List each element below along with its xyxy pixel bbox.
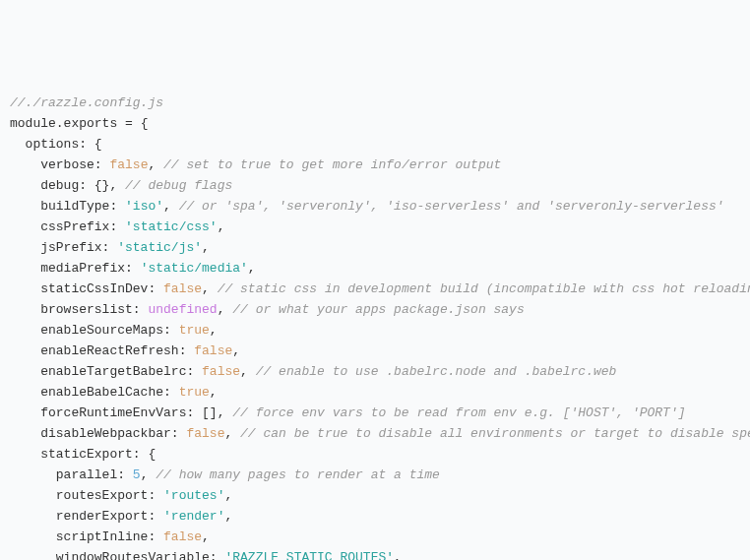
code-line: mediaPrefix: 'static/media',: [10, 261, 256, 276]
code-line: scriptInline: false,: [10, 529, 210, 544]
code-line: renderExport: 'render',: [10, 509, 232, 524]
code-line: enableTargetBabelrc: false, // enable to…: [10, 364, 616, 379]
code-line: forceRuntimeEnvVars: [], // force env va…: [10, 405, 686, 420]
code-line: staticCssInDev: false, // static css in …: [10, 281, 750, 296]
code-line: verbose: false, // set to true to get mo…: [10, 157, 501, 172]
code-line: disableWebpackbar: false, // can be true…: [10, 426, 750, 441]
code-line: enableSourceMaps: true,: [10, 323, 218, 338]
code-line: enableReactRefresh: false,: [10, 343, 240, 358]
code-line: debug: {}, // debug flags: [10, 178, 232, 193]
code-line: browserslist: undefined, // or what your…: [10, 302, 525, 317]
code-line: options: {: [10, 137, 102, 152]
code-line: module.exports = {: [10, 116, 148, 131]
code-block: //./razzle.config.js module.exports = { …: [10, 93, 740, 560]
code-line: jsPrefix: 'static/js',: [10, 240, 210, 255]
code-line: enableBabelCache: true,: [10, 385, 218, 400]
code-line: cssPrefix: 'static/css',: [10, 219, 224, 234]
code-line: buildType: 'iso', // or 'spa', 'serveron…: [10, 199, 724, 214]
code-line: routesExport: 'routes',: [10, 488, 232, 503]
code-line: parallel: 5, // how many pages to render…: [10, 467, 440, 482]
code-comment: //./razzle.config.js: [10, 95, 163, 110]
code-line: windowRoutesVariable: 'RAZZLE_STATIC_ROU…: [10, 550, 402, 560]
code-line: staticExport: {: [10, 447, 156, 462]
